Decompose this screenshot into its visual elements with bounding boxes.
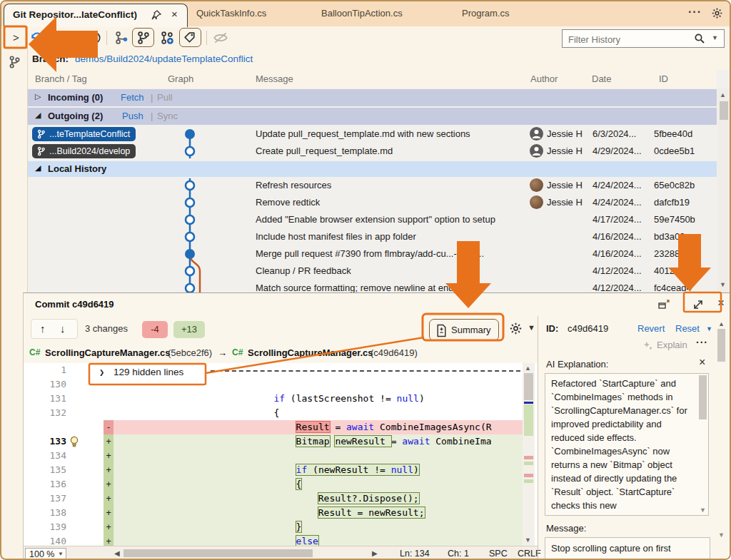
sync-link[interactable]: Sync	[157, 111, 178, 121]
git-graph-icon[interactable]	[8, 55, 21, 72]
hscroll-left-icon[interactable]: ◀	[114, 549, 120, 557]
close-panel-icon[interactable]: ×	[717, 296, 725, 310]
zoom-select[interactable]: 100 % ▼	[25, 548, 66, 560]
remote-branches-icon[interactable]	[159, 30, 175, 49]
reset-link[interactable]: Reset	[675, 323, 700, 334]
local-history-section[interactable]: ◢ Local History	[28, 161, 717, 177]
col-date: Date	[592, 73, 611, 84]
history-toolbar: ▼	[28, 26, 731, 50]
tab-title: Git Repositor...lateConflict)	[13, 9, 137, 20]
diff-editor[interactable]: 1❯129 hidden lines130131if (lastScreensh…	[24, 363, 538, 546]
diff-line: 134+	[24, 449, 523, 463]
hscroll-thumb[interactable]	[123, 549, 313, 557]
scroll-thumb[interactable]	[524, 373, 533, 400]
commit-row[interactable]: Merge pull request #7390 from flmbray/ad…	[28, 245, 717, 263]
tab-overflow-icon[interactable]: ···	[688, 6, 702, 19]
collapse-triangle-icon[interactable]: ▷	[35, 92, 41, 101]
scroll-down-icon[interactable]: ▼	[720, 281, 726, 288]
commit-panel-header: Commit c49d6419 ×	[24, 293, 731, 316]
branch-pill[interactable]: ...Build2024/develop	[32, 144, 136, 158]
scroll-mark	[524, 462, 533, 465]
tab-git-repository[interactable]: Git Repositor...lateConflict) ×	[4, 4, 188, 27]
dock-icon[interactable]	[657, 298, 670, 312]
explain-button[interactable]: Explain	[657, 340, 687, 350]
diff-line: 137+Result?.Dispose();	[24, 492, 523, 506]
hscroll-right-icon[interactable]: ▶	[372, 549, 378, 557]
details-scrollbar[interactable]: ▲ ▼	[716, 320, 727, 556]
tab-quicktaskinfo[interactable]: QuickTaskInfo.cs	[196, 8, 266, 19]
commit-id-value: c49d6419	[568, 323, 608, 334]
commit-message-text: Stop scrolling capture on first combine …	[551, 541, 701, 560]
compare-branches-icon[interactable]	[114, 30, 129, 49]
expand-panel-icon[interactable]	[692, 298, 705, 314]
push-link[interactable]: Push	[122, 111, 143, 121]
history-scrollbar[interactable]: ▲ ▼	[717, 88, 730, 292]
tab-balloontipaction[interactable]: BalloonTipAction.cs	[321, 8, 403, 19]
pin-icon[interactable]	[151, 10, 161, 23]
scroll-mark	[524, 474, 533, 477]
scroll-down-icon[interactable]: ▼	[718, 531, 725, 539]
ai-explanation-box: Refactored `StartCapture` and `CombineIm…	[545, 373, 709, 516]
revert-link[interactable]: Revert	[637, 323, 665, 334]
pull-link[interactable]: Pull	[157, 92, 173, 103]
commit-message-box: Stop scrolling capture on first combine …	[545, 537, 710, 560]
scroll-thumb[interactable]	[720, 101, 728, 120]
csharp-icon: C#	[29, 347, 40, 357]
search-icon[interactable]	[694, 33, 705, 47]
reset-caret-icon[interactable]: ▼	[706, 325, 712, 332]
refresh-icon[interactable]	[29, 30, 45, 49]
next-change-icon[interactable]: ↓	[60, 322, 66, 335]
commit-row[interactable]: Added "Enable browser extension support"…	[28, 211, 717, 228]
toolbar-separator	[206, 31, 207, 45]
diff-settings-gear-icon[interactable]	[509, 322, 523, 338]
prev-change-icon[interactable]: ↑	[40, 322, 46, 335]
commit-date: 6/3/2024...	[593, 128, 636, 139]
hide-merges-eye-off-icon[interactable]	[212, 30, 229, 49]
commit-date: 4/12/2024...	[593, 265, 642, 276]
commit-message: Merge pull request #7390 from flmbray/ad…	[256, 248, 541, 259]
diff-line: 131if (lastScreenshot != null)	[24, 392, 523, 406]
diff-line: 136+{	[24, 477, 523, 492]
scroll-down-icon[interactable]: ▼	[700, 506, 706, 514]
expand-triangle-icon[interactable]: ◢	[35, 111, 41, 120]
scroll-down-icon[interactable]: ▼	[525, 536, 531, 544]
expand-rail-button[interactable]: >	[6, 28, 26, 49]
fetch-speedometer-icon[interactable]	[86, 30, 102, 49]
incoming-section[interactable]: ▷ Incoming (0) Fetch | Pull	[28, 89, 717, 106]
more-actions-icon[interactable]: ···	[696, 337, 708, 348]
commit-row[interactable]: ...teTemplateConflictUpdate pull_request…	[28, 126, 717, 143]
commit-message: Cleanup / PR feedback	[256, 265, 541, 276]
scroll-thumb[interactable]	[699, 375, 707, 419]
ai-close-icon[interactable]: ×	[699, 356, 705, 369]
filter-history-input[interactable]	[567, 31, 695, 47]
status-spaces[interactable]: SPC	[489, 549, 508, 559]
outgoing-section[interactable]: ◢ Outgoing (2) Push | Sync	[28, 108, 717, 125]
commit-row[interactable]: Refresh resourcesJessie H4/24/2024...65e…	[28, 177, 717, 194]
commit-row[interactable]: Remove redtickJessie H4/24/2024...dafcfb…	[28, 194, 717, 211]
fetch-link[interactable]: Fetch	[121, 92, 144, 103]
col-id: ID	[659, 73, 668, 84]
search-options-caret-icon[interactable]: ▼	[712, 34, 718, 41]
diff-options-chevron-icon[interactable]: ▼	[528, 323, 535, 332]
show-tags-button[interactable]	[179, 28, 201, 47]
scroll-thumb[interactable]	[717, 329, 725, 362]
settings-gear-icon[interactable]	[711, 7, 723, 22]
commit-row[interactable]: ...Build2024/developCreate pull_request_…	[28, 143, 717, 160]
expand-triangle-icon[interactable]: ◢	[35, 163, 41, 173]
toolbar-separator	[106, 31, 107, 45]
diff-line: -Result = await CombineImagesAsync(R	[24, 420, 523, 434]
branch-pill[interactable]: ...teTemplateConflict	[32, 127, 136, 141]
scroll-up-icon[interactable]: ▲	[718, 320, 725, 327]
current-branch-link[interactable]: demos/Build2024/updateTemplateConflict	[75, 54, 253, 64]
tab-close-icon[interactable]: ×	[171, 8, 178, 20]
commit-row[interactable]: Cleanup / PR feedback4/12/2024...401283	[28, 263, 717, 280]
col-branch-tag: Branch / Tag	[35, 73, 87, 84]
summary-button[interactable]: Summary	[429, 319, 499, 341]
tab-program[interactable]: Program.cs	[462, 8, 509, 19]
scroll-up-icon[interactable]: ▲	[720, 91, 726, 98]
show-branches-button[interactable]	[132, 28, 154, 47]
commit-row[interactable]: Include host manifest files in app folde…	[28, 228, 717, 245]
scroll-up-icon[interactable]: ▲	[525, 365, 531, 372]
diff-scrollbar[interactable]: ▲ ▼	[523, 363, 535, 546]
message-label: Message:	[546, 523, 586, 534]
